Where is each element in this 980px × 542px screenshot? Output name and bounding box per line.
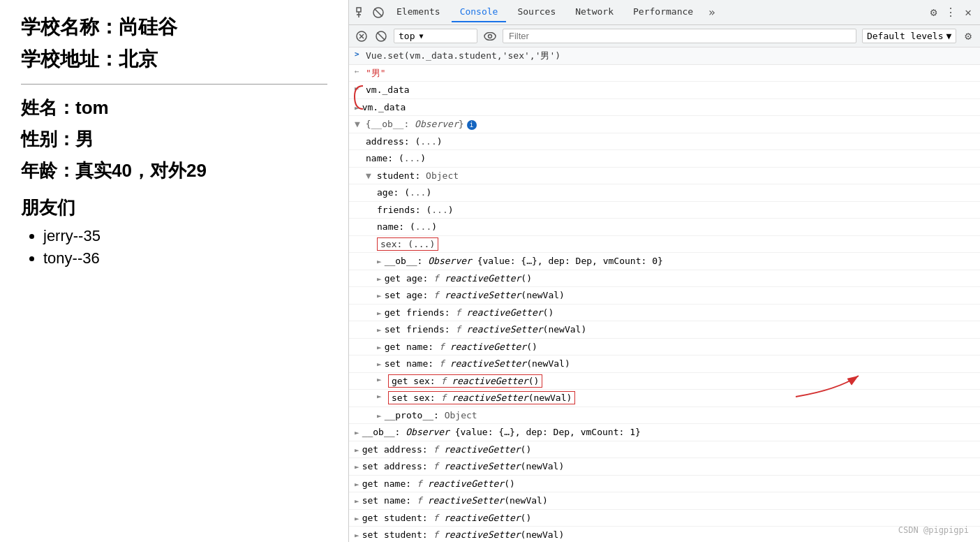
tree-arrow[interactable]: ► — [355, 480, 359, 489]
devtools-tabs-bar: Elements Console Sources Network Perform… — [349, 0, 980, 25]
console-line[interactable]: ►get name: f reactiveGetter() — [349, 476, 980, 493]
info-icon[interactable]: i — [467, 120, 477, 130]
console-line[interactable]: ►set friends: f reactiveSetter(newVal) — [349, 321, 980, 339]
close-icon[interactable]: ✕ — [962, 6, 974, 19]
tab-sources[interactable]: Sources — [509, 2, 564, 22]
console-line[interactable]: ►__ob__: Observer {value: {…}, dep: Dep,… — [349, 424, 980, 441]
divider — [21, 84, 327, 85]
person-gender: 性别：男 — [21, 127, 327, 152]
friend-item: jerry--35 — [43, 227, 327, 245]
person-age: 年龄：真实40，对外29 — [21, 159, 327, 183]
tree-arrow[interactable]: ► — [355, 462, 359, 471]
block-icon[interactable] — [371, 6, 385, 20]
context-selector[interactable]: top ▼ — [394, 29, 477, 43]
tree-arrow[interactable]: ► — [355, 103, 359, 112]
tree-arrow[interactable]: ► — [377, 274, 382, 284]
tree-arrow[interactable]: ► — [377, 391, 385, 403]
line-text: ►vm._data — [355, 101, 406, 115]
console-line: sex: (...) — [349, 236, 980, 254]
line-text-highlighted: set sex: f reactiveSetter(newVal) — [388, 391, 575, 405]
console-line[interactable]: ►get friends: f reactiveGetter() — [349, 305, 980, 322]
tree-arrow[interactable]: ► — [377, 360, 382, 369]
devtools-panel: Elements Console Sources Network Perform… — [349, 0, 980, 542]
line-text: ▼ student: Object — [366, 169, 459, 183]
console-line: friends: (...) — [349, 202, 980, 219]
devtools-settings-icon[interactable]: ⚙ — [962, 29, 974, 43]
tree-arrow[interactable]: ► — [377, 291, 382, 300]
svg-line-9 — [378, 32, 385, 40]
more-tabs-button[interactable]: » — [704, 3, 720, 22]
line-text: ►get address: f reactiveGetter() — [355, 443, 531, 457]
tree-arrow[interactable]: ► — [377, 411, 382, 420]
tree-arrow[interactable]: ► — [377, 257, 382, 266]
console-line: name: (...) — [349, 150, 980, 168]
tab-network[interactable]: Network — [567, 2, 622, 22]
console-line[interactable]: ►get address: f reactiveGetter() — [349, 441, 980, 459]
console-line: address: (...) — [349, 133, 980, 151]
line-text: ►__ob__: Observer {value: {…}, dep: Dep,… — [355, 425, 641, 439]
no-icon[interactable] — [374, 29, 388, 43]
tree-arrow[interactable]: ► — [377, 374, 385, 386]
console-line[interactable]: ►set address: f reactiveSetter(newVal) — [349, 458, 980, 476]
tree-arrow[interactable]: ► — [377, 309, 382, 318]
console-line[interactable]: ►set age: f reactiveSetter(newVal) — [349, 287, 980, 305]
console-wrapper: >Vue.set(vm._data.student,'sex','男')←"男"… — [349, 47, 980, 542]
line-text: ►set name: f reactiveSetter(newVal) — [377, 357, 570, 371]
console-line[interactable]: ►get student: f reactiveGetter() — [349, 510, 980, 527]
line-text: age: (...) — [377, 186, 431, 200]
tree-arrow[interactable]: ► — [355, 514, 359, 523]
input-prompt-arrow: > — [355, 49, 363, 61]
school-name: 学校名称：尚硅谷 — [21, 14, 327, 41]
console-line[interactable]: ▼ student: Object — [349, 168, 980, 185]
expand-arrow[interactable]: ► — [355, 83, 363, 95]
line-text: ▼ {__ob__: Observer}i — [355, 117, 477, 131]
friend-item: tony--36 — [43, 249, 327, 268]
console-line[interactable]: ►get sex: f reactiveGetter() — [349, 373, 980, 390]
clear-console-icon[interactable] — [355, 29, 369, 43]
log-level-selector[interactable]: Default levels ▼ — [862, 29, 956, 43]
console-line[interactable]: ►vm._data — [349, 99, 980, 117]
more-options-icon[interactable]: ⋮ — [942, 6, 959, 19]
line-text: ►set friends: f reactiveSetter(newVal) — [377, 323, 586, 337]
console-line[interactable]: ►set name: f reactiveSetter(newVal) — [349, 356, 980, 373]
tree-arrow[interactable]: ► — [355, 428, 359, 437]
tab-console[interactable]: Console — [452, 2, 507, 22]
tree-arrow[interactable]: ► — [355, 497, 359, 506]
console-line[interactable]: ►get age: f reactiveGetter() — [349, 270, 980, 288]
line-text: name: (...) — [366, 152, 426, 166]
watermark: CSDN @pigpigpi — [898, 525, 969, 535]
line-text-highlighted: sex: (...) — [377, 237, 438, 251]
console-input-line: >Vue.set(vm._data.student,'sex','男') — [349, 47, 980, 65]
svg-rect-0 — [357, 8, 361, 12]
tree-arrow[interactable]: ► — [355, 531, 359, 540]
console-line[interactable]: ►__ob__: Observer {value: {…}, dep: Dep,… — [349, 253, 980, 270]
tree-arrow[interactable]: ► — [355, 446, 359, 455]
console-line: age: (...) — [349, 184, 980, 202]
log-level-label: Default levels — [867, 31, 944, 41]
context-dropdown-arrow: ▼ — [419, 32, 423, 40]
school-addr: 学校地址：北京 — [21, 46, 327, 73]
vm-data-line[interactable]: ►vm._data — [349, 82, 980, 99]
line-text: address: (...) — [366, 135, 443, 149]
console-line[interactable]: ►get name: f reactiveGetter() — [349, 339, 980, 356]
tree-arrow[interactable]: ► — [377, 325, 382, 335]
svg-point-10 — [484, 32, 496, 40]
filter-input[interactable] — [503, 29, 856, 43]
console-line[interactable]: ►__proto__: Object — [349, 407, 980, 425]
friends-list: jerry--35tony--36 — [21, 227, 327, 268]
tree-arrow[interactable]: ► — [377, 343, 382, 352]
tab-elements[interactable]: Elements — [388, 2, 449, 22]
settings-icon[interactable]: ⚙ — [928, 6, 940, 19]
friends-title: 朋友们 — [21, 196, 327, 220]
line-text: ►__proto__: Object — [377, 409, 477, 423]
line-text: ►get age: f reactiveGetter() — [377, 272, 532, 286]
console-line[interactable]: ►set name: f reactiveSetter(newVal) — [349, 492, 980, 510]
svg-point-11 — [489, 34, 492, 38]
console-line[interactable]: ►set sex: f reactiveSetter(newVal) — [349, 390, 980, 407]
line-text: ►set name: f reactiveSetter(newVal) — [355, 494, 548, 508]
eye-icon[interactable] — [483, 29, 497, 43]
inspect-icon[interactable] — [355, 6, 369, 20]
tab-performance[interactable]: Performance — [625, 2, 701, 22]
console-line[interactable]: ▼ {__ob__: Observer}i — [349, 116, 980, 133]
console-line[interactable]: ►set student: f reactiveSetter(newVal) — [349, 527, 980, 542]
